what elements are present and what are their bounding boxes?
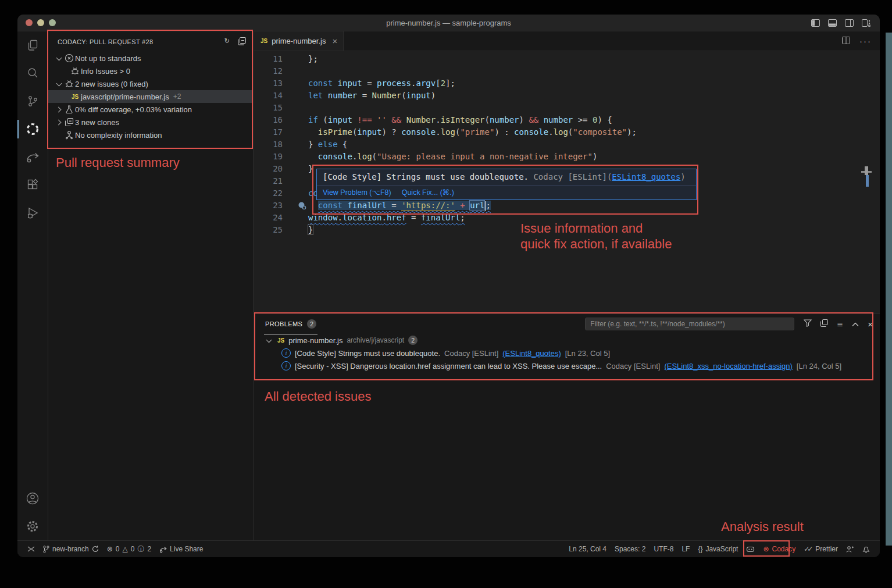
- code-token: =: [362, 79, 377, 88]
- problem-rule-link[interactable]: (ESLint8_xss_no-location-href-assign): [664, 362, 792, 370]
- extensions-icon[interactable]: [17, 171, 48, 199]
- sidebar-item-6[interactable]: No complexity information: [48, 129, 253, 141]
- filter-icon[interactable]: [804, 319, 812, 329]
- line-number[interactable]: 12: [254, 65, 283, 77]
- line-number[interactable]: 22: [254, 187, 283, 199]
- line-number[interactable]: 18: [254, 138, 283, 151]
- code-token: }: [308, 225, 313, 234]
- code-line-12: 12: [254, 65, 880, 77]
- account-icon[interactable]: [17, 484, 48, 512]
- toggle-sidebar-icon[interactable]: [811, 19, 820, 27]
- codacy-icon[interactable]: [17, 115, 48, 143]
- code-token: "prime": [460, 127, 494, 137]
- activity-bar: [17, 31, 48, 540]
- code-token: (: [372, 152, 377, 161]
- feedback-status-item[interactable]: [842, 541, 858, 557]
- line-number[interactable]: 24: [254, 212, 283, 224]
- quick-fix-action[interactable]: Quick Fix... (⌘.): [402, 188, 454, 197]
- indentation-item[interactable]: Spaces: 2: [611, 541, 650, 557]
- collapse-all-icon[interactable]: [238, 37, 246, 47]
- codacy-error-icon: ⊗: [763, 545, 769, 553]
- cursor-position-item[interactable]: Ln 25, Col 4: [565, 541, 611, 557]
- line-number[interactable]: 16: [254, 114, 283, 126]
- sidebar-item-0[interactable]: Not up to standards: [48, 52, 253, 65]
- copy-panel-icon[interactable]: [820, 319, 828, 329]
- remote-indicator[interactable]: [23, 541, 39, 557]
- line-number[interactable]: 19: [254, 151, 283, 163]
- chevron-right-icon[interactable]: [54, 108, 63, 112]
- sidebar-item-1[interactable]: Info Issues > 0: [48, 65, 253, 77]
- chevron-down-icon[interactable]: [54, 83, 63, 85]
- language-mode-item[interactable]: {}JavaScript: [694, 541, 742, 557]
- info-icon: i: [281, 348, 291, 358]
- code-token: log: [357, 152, 372, 161]
- sidebar-item-3[interactable]: JSjavascript/prime-number.js+2: [48, 90, 253, 103]
- code-token: argv: [416, 79, 436, 88]
- sidebar-item-label: No complexity information: [75, 131, 162, 140]
- tab-close-icon[interactable]: ×: [332, 36, 337, 46]
- problems-status-item[interactable]: ⊗0 △0 ⓘ2: [103, 541, 155, 557]
- sidebar-item-5[interactable]: 3 new clones: [48, 116, 253, 129]
- toggle-secondary-sidebar-icon[interactable]: [845, 19, 854, 27]
- problems-file-row[interactable]: JS prime-number.js archive/j/javascript …: [254, 334, 880, 347]
- tab-problems[interactable]: PROBLEMS 2: [264, 314, 317, 334]
- sidebar-item-2[interactable]: 2 new issues (0 fixed): [48, 77, 253, 90]
- view-menu-icon[interactable]: ≡: [837, 320, 843, 329]
- hover-rule-link[interactable]: ESLint8_quotes: [612, 172, 680, 181]
- split-editor-icon[interactable]: [842, 36, 850, 47]
- problem-row-0[interactable]: i[Code Style] Strings must use doublequo…: [254, 347, 880, 359]
- codacy-status-item[interactable]: ⊗ Codacy: [759, 541, 800, 557]
- encoding-item[interactable]: UTF-8: [650, 541, 677, 557]
- code-token: &&: [524, 115, 544, 124]
- prettier-status-item[interactable]: ✓✓ Prettier: [800, 541, 842, 557]
- code-token: console: [318, 152, 352, 161]
- line-number[interactable]: 17: [254, 126, 283, 138]
- code-token: const: [308, 79, 338, 88]
- debug-icon[interactable]: [17, 199, 48, 227]
- notifications-bell-icon[interactable]: [858, 541, 874, 557]
- eol-item[interactable]: LF: [677, 541, 694, 557]
- code-token: input: [328, 115, 352, 124]
- complexity-icon: [63, 130, 75, 140]
- files-icon[interactable]: [17, 31, 48, 59]
- more-actions-icon[interactable]: ···: [859, 36, 872, 46]
- problems-list: i[Code Style] Strings must use doublequo…: [254, 347, 880, 372]
- hover-message: [Code Style] Strings must use doublequot…: [323, 172, 529, 181]
- live-share-icon[interactable]: [17, 143, 48, 171]
- line-number[interactable]: 15: [254, 102, 283, 114]
- maximize-panel-icon[interactable]: [852, 320, 859, 329]
- line-number[interactable]: 25: [254, 224, 283, 236]
- code-token: +: [455, 201, 470, 210]
- toggle-panel-icon[interactable]: [828, 19, 837, 27]
- close-panel-icon[interactable]: ×: [868, 319, 873, 329]
- code-line-18: 18} else {: [254, 138, 880, 151]
- line-number[interactable]: 20: [254, 163, 283, 175]
- refresh-icon[interactable]: ↻: [224, 37, 230, 47]
- codacy-sidebar: CODACY: PULL REQUEST #28 ↻ Not up to sta…: [48, 31, 254, 540]
- line-number[interactable]: 13: [254, 77, 283, 90]
- code-editor[interactable]: 11};1213const input = process.argv[2];14…: [254, 51, 880, 313]
- line-number[interactable]: 23: [254, 199, 283, 212]
- problem-row-1[interactable]: i[Security - XSS] Dangerous location.hre…: [254, 359, 880, 372]
- branch-status-item[interactable]: new-branch: [39, 541, 103, 557]
- customize-layout-icon[interactable]: [862, 19, 870, 27]
- info-icon: ⓘ: [137, 544, 144, 554]
- view-problem-action[interactable]: View Problem (⌥F8): [323, 188, 391, 197]
- line-number[interactable]: 21: [254, 175, 283, 187]
- settings-icon[interactable]: [17, 512, 48, 540]
- search-icon[interactable]: [17, 59, 48, 87]
- code-token: ];: [445, 79, 455, 88]
- problem-rule-link[interactable]: (ESLint8_quotes): [502, 349, 561, 358]
- live-share-status-item[interactable]: Live Share: [155, 541, 207, 557]
- line-number[interactable]: 11: [254, 53, 283, 65]
- code-token: .: [548, 127, 553, 137]
- problems-filter-input[interactable]: [585, 318, 794, 330]
- chevron-down-icon[interactable]: [54, 57, 63, 60]
- sidebar-item-4[interactable]: 0% diff coverage, +0.03% variation: [48, 103, 253, 116]
- line-number[interactable]: 14: [254, 90, 283, 102]
- chevron-right-icon[interactable]: [54, 120, 63, 124]
- tab-prime-number-js[interactable]: JS prime-number.js ×: [254, 31, 344, 51]
- copilot-status-item[interactable]: [742, 541, 759, 557]
- sidebar-item-label: Not up to standards: [75, 54, 141, 63]
- source-control-icon[interactable]: [17, 87, 48, 115]
